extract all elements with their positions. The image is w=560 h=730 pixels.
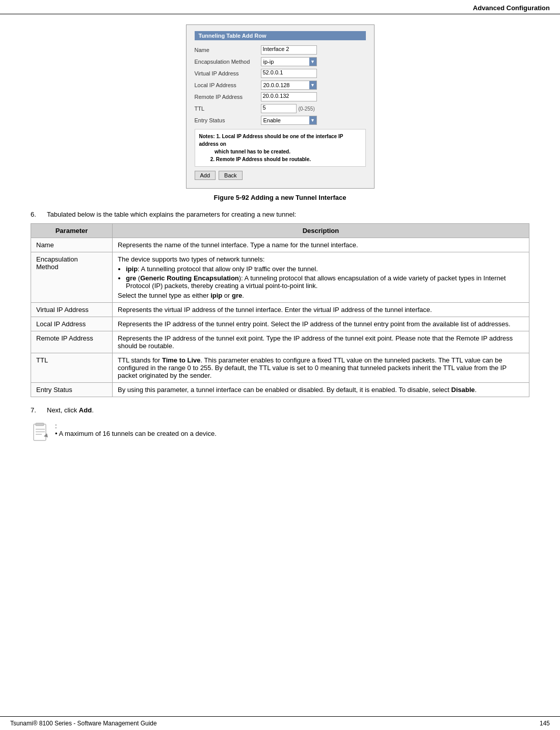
param-name: Name [31, 238, 113, 252]
remote-ip-input[interactable]: 20.0.0.132 [261, 92, 317, 101]
footer-left: Tsunami® 8100 Series - Software Manageme… [10, 720, 157, 727]
step7: 7. Next, click Add. [31, 406, 529, 414]
form-row-name: Name Interface 2 [195, 45, 366, 55]
desc-entry-status: By using this parameter, a tunnel interf… [113, 383, 529, 397]
entry-status-select[interactable]: Enable ▼ [261, 116, 317, 125]
note-icon [31, 422, 50, 445]
name-input[interactable]: Interface 2 [261, 45, 317, 55]
desc-name: Represents the name of the tunnel interf… [113, 238, 529, 252]
form-row-virtual-ip: Virtual IP Address 52.0.0.1 [195, 69, 366, 78]
desc-remote-ip: Represents the IP address of the tunnel … [113, 331, 529, 353]
param-remote-ip: Remote IP Address [31, 331, 113, 353]
notes-box: Notes: 1. Local IP Address should be one… [195, 129, 366, 167]
virtual-ip-input[interactable]: 52.0.0.1 [261, 69, 317, 78]
dialog-buttons: Add Back [195, 171, 366, 180]
table-row: Remote IP Address Represents the IP addr… [31, 331, 529, 353]
param-entry-status: Entry Status [31, 383, 113, 397]
svg-rect-0 [34, 424, 46, 440]
step6: 6. Tabulated below is the table which ex… [31, 211, 529, 218]
note-content: : • A maximum of 16 tunnels can be creat… [55, 422, 217, 437]
back-button[interactable]: Back [219, 171, 242, 180]
dialog-title: Tunneling Table Add Row [195, 31, 366, 40]
desc-virtual-ip: Represents the virtual IP address of the… [113, 303, 529, 317]
tunnel-dialog: Tunneling Table Add Row Name Interface 2… [186, 24, 375, 189]
param-local-ip: Local IP Address [31, 317, 113, 331]
page-footer: Tsunami® 8100 Series - Software Manageme… [0, 716, 560, 730]
param-virtual-ip: Virtual IP Address [31, 303, 113, 317]
local-ip-select[interactable]: 20.0.0.128 ▼ [261, 81, 317, 90]
form-row-remote-ip: Remote IP Address 20.0.0.132 [195, 92, 366, 101]
footer-right: 145 [540, 720, 550, 727]
figure-caption: Figure 5-92 Adding a new Tunnel Interfac… [214, 194, 346, 201]
form-row-entry-status: Entry Status Enable ▼ [195, 116, 366, 125]
table-row: Virtual IP Address Represents the virtua… [31, 303, 529, 317]
param-ttl: TTL [31, 353, 113, 383]
form-row-ttl: TTL 5 (0-255) [195, 104, 366, 113]
figure-container: Tunneling Table Add Row Name Interface 2… [31, 24, 529, 201]
param-table: Parameter Description Name Represents th… [31, 223, 529, 397]
note-section: : • A maximum of 16 tunnels can be creat… [31, 422, 529, 445]
add-button[interactable]: Add [195, 171, 216, 180]
desc-encap: The device supports two types of network… [113, 252, 529, 303]
col-header-param: Parameter [31, 224, 113, 238]
note-text: • A maximum of 16 tunnels can be created… [55, 430, 217, 437]
desc-ttl: TTL stands for Time to Live. This parame… [113, 353, 529, 383]
desc-local-ip: Represents the IP address of the tunnel … [113, 317, 529, 331]
encap-select[interactable]: ip-ip ▼ [261, 57, 317, 66]
table-row: TTL TTL stands for Time to Live. This pa… [31, 353, 529, 383]
table-row: Name Represents the name of the tunnel i… [31, 238, 529, 252]
svg-rect-1 [36, 423, 44, 426]
page-header: Advanced Configuration [0, 0, 560, 14]
col-header-desc: Description [113, 224, 529, 238]
ttl-input[interactable]: 5 [261, 104, 297, 113]
form-row-local-ip: Local IP Address 20.0.0.128 ▼ [195, 81, 366, 90]
table-row: Entry Status By using this parameter, a … [31, 383, 529, 397]
param-encap: EncapsulationMethod [31, 252, 113, 303]
form-row-encap: Encapsulation Method ip-ip ▼ [195, 57, 366, 66]
table-row: EncapsulationMethod The device supports … [31, 252, 529, 303]
table-row: Local IP Address Represents the IP addre… [31, 317, 529, 331]
